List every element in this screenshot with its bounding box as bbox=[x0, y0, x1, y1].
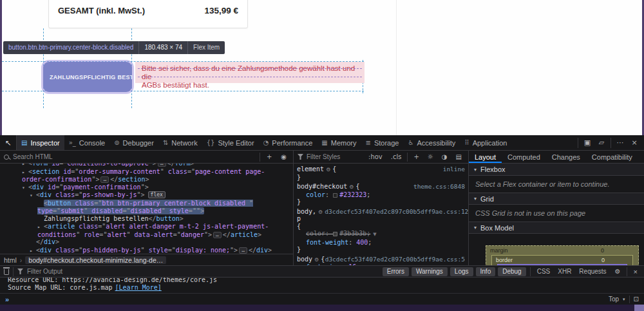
css-rule-header[interactable]: body⚙ {d3cdecfc53f407ed2c897c00b5dff9ae.… bbox=[297, 256, 465, 264]
markup-line[interactable]: ▾<div id="payment-confirmation"> bbox=[0, 184, 289, 192]
inline-ellipsis-icon[interactable]: … bbox=[158, 164, 166, 167]
selector-highlighter-icon[interactable]: ⚙ bbox=[349, 184, 354, 191]
print-media-icon[interactable]: ▤ bbox=[453, 153, 464, 160]
filter-styles-input[interactable]: Filter Styles bbox=[307, 153, 363, 160]
css-rule-header[interactable]: element⚙ {inline bbox=[297, 165, 465, 174]
place-order-button[interactable]: ZAHLUNGSPFLICHTIG BESTE bbox=[43, 62, 132, 92]
tab-console[interactable]: »_Console bbox=[64, 135, 109, 150]
evaluation-context-selector[interactable]: Top bbox=[609, 296, 619, 303]
filter-css-button[interactable]: CSS bbox=[535, 268, 553, 275]
breadcrumb-item[interactable]: html bbox=[4, 256, 17, 264]
tab-performance[interactable]: ◔Performance bbox=[259, 135, 317, 150]
markup-line[interactable]: </div> bbox=[0, 238, 289, 247]
accessibility-icon: ♿ bbox=[408, 139, 413, 146]
meatball-menu-icon[interactable]: ⋯ bbox=[613, 138, 627, 147]
console-message: Source Map URL: core.js.map[Learn More] bbox=[8, 284, 644, 292]
border-top-value[interactable]: 0 bbox=[601, 257, 605, 263]
markup-line[interactable]: ▾<div class="ps-shown-by-js">flex bbox=[0, 191, 289, 200]
stylesheet-link[interactable]: theme.css:6848 bbox=[413, 183, 465, 191]
color-swatch[interactable] bbox=[333, 232, 337, 236]
markup-line[interactable]: ▸<section id="order-summary-content" cla… bbox=[0, 168, 289, 184]
filter-warnings-button[interactable]: Warnings bbox=[412, 267, 448, 276]
filter-output-input[interactable]: Filter Output bbox=[27, 268, 201, 275]
filter-info-button[interactable]: Info bbox=[476, 267, 496, 276]
tab-network[interactable]: ⇅Network bbox=[158, 135, 202, 150]
css-declaration[interactable]: color: #232323; bbox=[297, 191, 465, 199]
box-model-margin[interactable]: margin 0 border 0 padding 0 bbox=[486, 245, 639, 265]
breadcrumb-item[interactable]: body#checkout.checkout-minimize.lang-de… bbox=[25, 256, 166, 264]
css-property-name: font-weight bbox=[306, 239, 348, 246]
close-console-icon[interactable]: × bbox=[631, 268, 640, 276]
tab-accessibility[interactable]: ♿Accessibility bbox=[403, 135, 460, 150]
color-swatch[interactable] bbox=[333, 193, 337, 198]
filter-logs-button[interactable]: Logs bbox=[450, 267, 473, 276]
tab-inspector[interactable]: ▤Inspector bbox=[17, 135, 64, 150]
twisty-icon[interactable]: ▾ bbox=[30, 192, 36, 200]
markup-line[interactable]: Zahlungspflichtig bestellen</button> bbox=[0, 215, 289, 223]
light-mode-icon[interactable]: ☼ bbox=[425, 153, 436, 160]
inline-ellipsis-icon[interactable]: … bbox=[100, 176, 109, 183]
console-sidebar-toggle-icon[interactable]: ⊡ bbox=[634, 296, 639, 303]
node-picker-icon: ↖ bbox=[5, 138, 11, 147]
selector-highlighter-icon[interactable]: ⚙ bbox=[326, 166, 330, 174]
flexbox-section-header[interactable]: ▾ Flexbox bbox=[469, 164, 644, 176]
console-input-row[interactable]: » Top ▾ ⊡ bbox=[0, 293, 644, 305]
search-html-input[interactable]: Search HTML bbox=[13, 153, 256, 160]
tab-storage[interactable]: ≣Storage bbox=[361, 135, 404, 150]
responsive-design-mode-icon[interactable]: ▣ bbox=[580, 138, 594, 147]
tab-compatibility[interactable]: Compatibility bbox=[586, 151, 638, 163]
stylesheet-link[interactable]: d3cdecfc53f407ed2c897c00b5dff9ae.css:12 bbox=[325, 208, 468, 216]
twisty-icon[interactable]: ▸ bbox=[37, 223, 44, 231]
overridden-filter-icon[interactable]: ▼ bbox=[373, 232, 376, 237]
tab-application[interactable]: ⠿Application bbox=[460, 135, 511, 150]
markup-line[interactable]: <button class="btn btn-primary center-bl… bbox=[0, 200, 289, 215]
selector-highlighter-icon[interactable]: ⚙ bbox=[314, 256, 319, 264]
inline-ellipsis-icon[interactable]: … bbox=[213, 232, 222, 238]
margin-top-value[interactable]: 0 bbox=[601, 247, 604, 254]
css-selector[interactable]: body bbox=[297, 256, 312, 263]
selector-highlighter-icon[interactable]: ⚙ bbox=[318, 209, 323, 216]
learn-more-link[interactable]: [Learn More] bbox=[115, 284, 162, 291]
node-picker-button[interactable]: ↖ bbox=[0, 135, 17, 150]
grid-section-header[interactable]: ▾ Grid bbox=[469, 193, 644, 205]
tab-changes[interactable]: Changes bbox=[546, 151, 586, 163]
toolbar-spacer bbox=[511, 135, 576, 150]
css-rule-header[interactable]: body#checkout⚙ {theme.css:6848 bbox=[297, 183, 465, 191]
inline-ellipsis-icon[interactable]: … bbox=[239, 247, 247, 254]
dark-mode-icon[interactable]: ◑ bbox=[439, 153, 450, 160]
tab-memory[interactable]: ▦Memory bbox=[317, 135, 361, 150]
twisty-icon[interactable]: ▾ bbox=[22, 184, 28, 192]
add-node-icon[interactable]: + bbox=[264, 153, 274, 160]
css-declaration[interactable]: font-weight: 400; bbox=[297, 239, 465, 247]
css-selector[interactable]: body, p bbox=[297, 208, 316, 223]
filter-xhr-button[interactable]: XHR bbox=[555, 268, 574, 275]
tab-layout[interactable]: Layout bbox=[469, 151, 502, 163]
markup-line[interactable]: ▸<article class="alert alert-danger m-t-… bbox=[0, 223, 289, 238]
style-editor-icon: {} bbox=[207, 139, 215, 146]
add-rule-icon[interactable]: + bbox=[411, 153, 421, 160]
filter-requests-button[interactable]: Requests bbox=[576, 268, 609, 275]
alert-text-line2: AGBs bestätigt hast. bbox=[142, 81, 365, 90]
twisty-icon[interactable]: ▸ bbox=[22, 164, 28, 168]
stylesheet-link[interactable]: d3cdecfc53f407ed2c897c00b5dff9ae.css:5 bbox=[325, 256, 465, 263]
tab-computed[interactable]: Computed bbox=[502, 151, 546, 163]
filter-debug-button[interactable]: Debug bbox=[498, 267, 526, 276]
frames-icon[interactable]: ▱ bbox=[594, 138, 609, 147]
class-panel-button[interactable]: .cls bbox=[388, 153, 404, 160]
tab-style-editor[interactable]: {}Style Editor bbox=[202, 135, 259, 150]
filter-errors-button[interactable]: Errors bbox=[383, 267, 409, 276]
eye-icon[interactable]: ◉ bbox=[278, 153, 289, 160]
flex-badge[interactable]: flex bbox=[148, 191, 166, 198]
pseudo-class-hov-button[interactable]: :hov bbox=[366, 153, 385, 160]
css-selector[interactable]: element bbox=[297, 165, 324, 173]
console-settings-icon[interactable]: ⚙ bbox=[613, 268, 623, 275]
tab-debugger[interactable]: ⊚Debugger bbox=[109, 135, 158, 150]
trash-icon[interactable] bbox=[4, 269, 9, 275]
box-model-border[interactable]: border 0 padding 0 bbox=[491, 255, 633, 265]
css-selector[interactable]: body#checkout bbox=[297, 183, 347, 191]
close-devtools-icon[interactable]: × bbox=[627, 138, 641, 147]
css-declaration[interactable]: color: #3b3b3b;▼ bbox=[297, 230, 465, 239]
twisty-icon[interactable]: ▸ bbox=[22, 169, 28, 176]
box-model-section-header[interactable]: ▾ Box Model bbox=[469, 221, 644, 234]
css-rule-header[interactable]: body, p⚙d3cdecfc53f407ed2c897c00b5dff9ae… bbox=[297, 208, 465, 223]
